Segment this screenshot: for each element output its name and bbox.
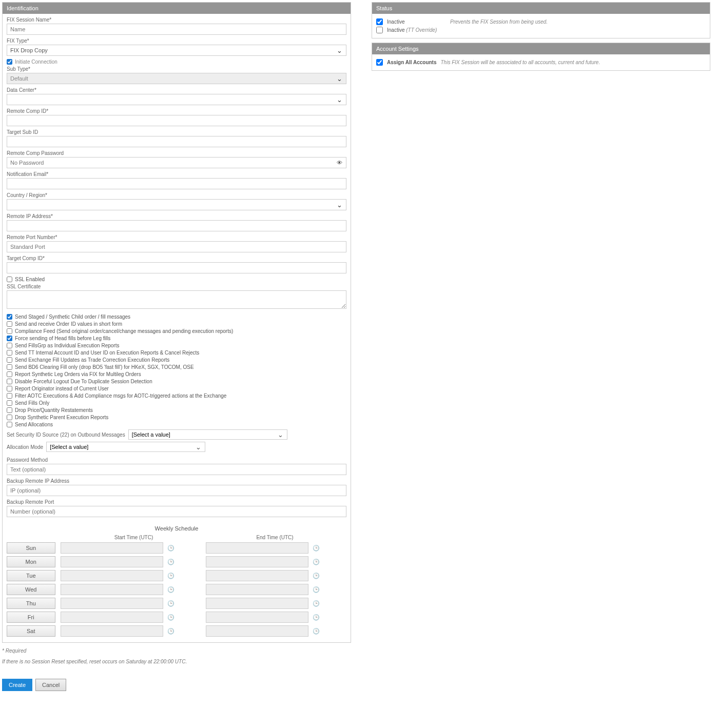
- initiate-connection-checkbox[interactable]: [7, 59, 12, 65]
- option-checkbox[interactable]: [7, 321, 12, 327]
- start-time-input[interactable]: [61, 556, 163, 567]
- clock-icon: 🕒: [313, 545, 320, 552]
- start-time-input[interactable]: [61, 612, 163, 623]
- option-checkbox[interactable]: [7, 379, 12, 384]
- clock-icon: 🕒: [167, 614, 175, 621]
- option-label: Send Fills Only: [15, 400, 49, 406]
- option-checkbox[interactable]: [7, 336, 12, 341]
- option-row: Send FillsGrp as Individual Execution Re…: [7, 343, 346, 348]
- start-time-input[interactable]: [61, 542, 163, 554]
- option-checkbox[interactable]: [7, 393, 12, 399]
- day-button[interactable]: Thu: [7, 598, 55, 609]
- create-button[interactable]: Create: [2, 679, 32, 691]
- fix-type-select[interactable]: [7, 45, 346, 56]
- day-button[interactable]: Fri: [7, 612, 55, 623]
- identification-panel: Identification FIX Session Name* FIX Typ…: [2, 2, 351, 643]
- option-row: Compliance Feed (Send original order/can…: [7, 328, 346, 334]
- remote-port-input[interactable]: [7, 241, 346, 252]
- target-sub-id-input[interactable]: [7, 136, 346, 147]
- option-checkbox[interactable]: [7, 422, 12, 427]
- security-id-source-select[interactable]: [128, 429, 287, 440]
- option-row: Drop Price/Quantity Restatements: [7, 407, 346, 413]
- day-button[interactable]: Sat: [7, 625, 55, 637]
- option-checkbox[interactable]: [7, 371, 12, 377]
- option-label: Send Allocations: [15, 422, 53, 427]
- clock-icon: 🕒: [313, 586, 320, 593]
- day-button[interactable]: Wed: [7, 584, 55, 595]
- status-checkbox[interactable]: [376, 18, 383, 25]
- ssl-enabled-checkbox[interactable]: [7, 277, 12, 282]
- day-button[interactable]: Sun: [7, 542, 55, 554]
- data-center-select[interactable]: [7, 94, 346, 105]
- start-time-input[interactable]: [61, 570, 163, 581]
- allocation-mode-label: Allocation Mode: [7, 444, 43, 450]
- option-row: Send Fills Only: [7, 400, 346, 406]
- remote-comp-password-label: Remote Comp Password: [7, 150, 346, 156]
- end-time-input[interactable]: [206, 598, 308, 609]
- option-label: Compliance Feed (Send original order/can…: [15, 328, 233, 334]
- status-header: Status: [372, 3, 710, 14]
- notification-email-label: Notification Email*: [7, 171, 346, 177]
- ssl-certificate-input[interactable]: [7, 290, 346, 309]
- backup-ip-input[interactable]: [7, 485, 346, 496]
- status-checkbox[interactable]: [376, 27, 383, 33]
- option-checkbox[interactable]: [7, 386, 12, 391]
- start-time-input[interactable]: [61, 625, 163, 637]
- backup-port-input[interactable]: [7, 506, 346, 517]
- option-label: Drop Price/Quantity Restatements: [15, 407, 93, 413]
- option-checkbox[interactable]: [7, 364, 12, 370]
- option-label: Send Staged / Synthetic Child order / fi…: [15, 314, 130, 320]
- country-region-select[interactable]: [7, 199, 346, 210]
- day-button[interactable]: Tue: [7, 570, 55, 581]
- remote-comp-id-label: Remote Comp ID*: [7, 108, 346, 114]
- clock-icon: 🕒: [167, 545, 175, 552]
- allocation-mode-select[interactable]: [46, 442, 205, 452]
- clock-icon: 🕒: [313, 559, 320, 565]
- option-checkbox[interactable]: [7, 328, 12, 334]
- end-time-input[interactable]: [206, 612, 308, 623]
- end-time-input[interactable]: [206, 584, 308, 595]
- sub-type-select[interactable]: [7, 73, 346, 84]
- notification-email-input[interactable]: [7, 178, 346, 189]
- status-label: Inactive (TT Override): [387, 27, 446, 33]
- clock-icon: 🕒: [167, 559, 175, 565]
- clock-icon: 🕒: [313, 573, 320, 579]
- eye-icon[interactable]: 👁: [337, 160, 342, 166]
- password-method-input[interactable]: [7, 464, 346, 475]
- session-name-input[interactable]: [7, 24, 346, 35]
- remote-comp-password-input[interactable]: [7, 157, 346, 168]
- option-row: Send TT Internal Account ID and User ID …: [7, 350, 346, 356]
- start-time-input[interactable]: [61, 598, 163, 609]
- remote-ip-input[interactable]: [7, 220, 346, 231]
- option-checkbox[interactable]: [7, 400, 12, 406]
- option-checkbox[interactable]: [7, 314, 12, 320]
- target-comp-id-input[interactable]: [7, 262, 346, 273]
- option-checkbox[interactable]: [7, 350, 12, 356]
- end-time-input[interactable]: [206, 542, 308, 554]
- option-checkbox[interactable]: [7, 343, 12, 348]
- data-center-label: Data Center*: [7, 87, 346, 93]
- option-row: Send Allocations: [7, 422, 346, 427]
- ssl-enabled-label: SSL Enabled: [15, 277, 45, 282]
- clock-icon: 🕒: [313, 600, 320, 607]
- initiate-connection-label: Initiate Connection: [15, 59, 57, 65]
- ssl-certificate-label: SSL Certificate: [7, 284, 346, 289]
- chevron-down-icon: ⌄: [278, 431, 283, 439]
- option-checkbox[interactable]: [7, 407, 12, 413]
- option-label: Send BD6 Clearing Fill only (drop BO5 'f…: [15, 364, 194, 370]
- remote-comp-id-input[interactable]: [7, 115, 346, 126]
- required-footnote: * Required: [2, 648, 351, 654]
- day-button[interactable]: Mon: [7, 556, 55, 567]
- option-checkbox[interactable]: [7, 357, 12, 363]
- end-time-input[interactable]: [206, 570, 308, 581]
- option-row: Report Synthetic Leg Orders via FIX for …: [7, 371, 346, 377]
- option-checkbox[interactable]: [7, 415, 12, 420]
- end-time-input[interactable]: [206, 625, 308, 637]
- end-time-input[interactable]: [206, 556, 308, 567]
- assign-all-accounts-checkbox[interactable]: [376, 59, 383, 66]
- start-time-input[interactable]: [61, 584, 163, 595]
- option-label: Send Exchange Fill Updates as Trade Corr…: [15, 357, 169, 363]
- account-settings-header: Account Settings: [372, 43, 710, 54]
- cancel-button[interactable]: Cancel: [35, 679, 66, 691]
- fix-type-label: FIX Type*: [7, 38, 346, 44]
